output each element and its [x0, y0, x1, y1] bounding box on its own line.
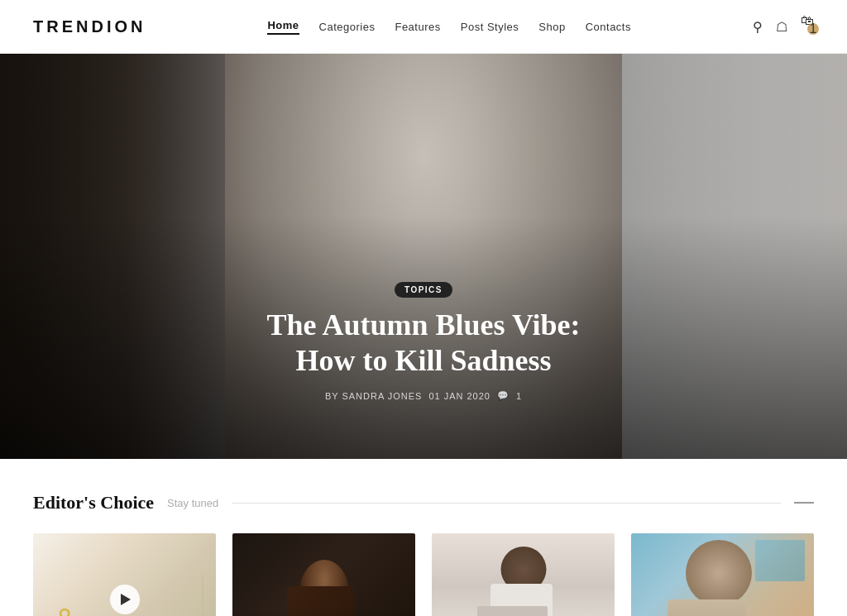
hero-section: TOPICS The Autumn Blues Vibe: How to Kil…	[0, 54, 847, 459]
card-2-overlay: NEWS The Best Clothing Brand Commercial	[232, 609, 415, 616]
card-1-light-ray	[202, 575, 203, 616]
editors-choice-section: Editor's Choice Stay tuned ⚘ NEWS Trendi…	[0, 459, 847, 616]
card-1[interactable]: ⚘ NEWS Trending Photos on the Internet t…	[33, 533, 216, 616]
card-1-play-button[interactable]	[110, 585, 140, 614]
card-2-image: NEWS The Best Clothing Brand Commercial	[232, 533, 415, 616]
hero-comment-icon: 💬	[497, 390, 510, 401]
cart-count-badge: 1	[807, 23, 819, 35]
card-3[interactable]: NEWS New Advertisement Agencies in Europ…	[432, 533, 615, 616]
editors-subtitle: Stay tuned	[167, 497, 218, 509]
cart-icon[interactable]: 🛍 1	[801, 13, 814, 40]
card-4-image	[631, 533, 814, 616]
card-1-image: ⚘	[33, 533, 216, 616]
nav-item-categories[interactable]: Categories	[319, 21, 376, 33]
nav-item-post-styles[interactable]: Post Styles	[461, 21, 519, 33]
search-icon[interactable]: ⚲	[753, 19, 763, 35]
hero-content: TOPICS The Autumn Blues Vibe: How to Kil…	[175, 281, 672, 401]
nav-item-features[interactable]: Features	[395, 21, 440, 33]
hero-title[interactable]: The Autumn Blues Vibe: How to Kill Sadne…	[175, 308, 672, 379]
card-4-bg-element	[755, 540, 805, 581]
nav-item-home[interactable]: Home	[267, 19, 299, 35]
site-logo[interactable]: TRENDION	[33, 17, 146, 36]
hero-comment-count: 1	[516, 391, 522, 401]
header-icons: ⚲ ☖ 🛍 1	[753, 13, 814, 40]
card-1-decoration: ⚘	[50, 602, 79, 616]
card-4[interactable]: NEWS Simple Rules of Happy and Healthy L…	[631, 533, 814, 616]
hero-tag[interactable]: TOPICS	[395, 282, 452, 298]
card-3-image	[432, 533, 615, 616]
cards-grid: ⚘ NEWS Trending Photos on the Internet t…	[33, 533, 814, 616]
card-4-head	[686, 540, 752, 606]
hero-meta: BY SANDRA JONES 01 JAN 2020 💬 1	[175, 390, 672, 401]
nav-item-contacts[interactable]: Contacts	[586, 21, 631, 33]
editors-divider-line	[232, 503, 781, 504]
editors-header: Editor's Choice Stay tuned	[33, 492, 814, 513]
user-icon[interactable]: ☖	[776, 19, 787, 35]
editors-title: Editor's Choice	[33, 492, 154, 513]
hero-date: 01 JAN 2020	[428, 391, 490, 401]
nav-item-shop[interactable]: Shop	[538, 21, 565, 33]
hero-author: BY SANDRA JONES	[325, 391, 423, 401]
site-header: TRENDION Home Categories Features Post S…	[0, 0, 847, 54]
main-nav: Home Categories Features Post Styles Sho…	[267, 19, 631, 35]
card-3-bottom	[477, 606, 548, 616]
card-4-body	[668, 599, 746, 616]
card-2[interactable]: NEWS The Best Clothing Brand Commercial	[232, 533, 415, 616]
editors-divider-dash	[794, 502, 814, 504]
